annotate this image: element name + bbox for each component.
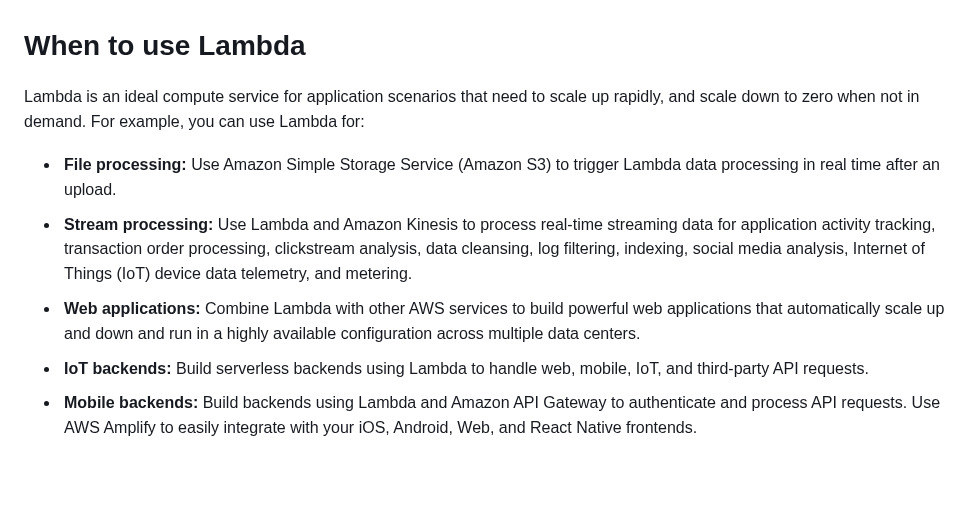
use-case-list: File processing: Use Amazon Simple Stora…: [24, 153, 951, 441]
list-item: Web applications: Combine Lambda with ot…: [60, 297, 951, 347]
list-item-desc: Use Amazon Simple Storage Service (Amazo…: [64, 156, 940, 198]
list-item-desc: Build serverless backends using Lambda t…: [172, 360, 869, 377]
list-item: File processing: Use Amazon Simple Stora…: [60, 153, 951, 203]
list-item-term: Web applications:: [64, 300, 201, 317]
list-item-term: File processing:: [64, 156, 187, 173]
list-item: IoT backends: Build serverless backends …: [60, 357, 951, 382]
list-item-term: IoT backends:: [64, 360, 172, 377]
list-item-term: Mobile backends:: [64, 394, 198, 411]
intro-paragraph: Lambda is an ideal compute service for a…: [24, 85, 951, 135]
list-item-term: Stream processing:: [64, 216, 213, 233]
section-heading: When to use Lambda: [24, 24, 951, 67]
list-item: Stream processing: Use Lambda and Amazon…: [60, 213, 951, 287]
list-item: Mobile backends: Build backends using La…: [60, 391, 951, 441]
